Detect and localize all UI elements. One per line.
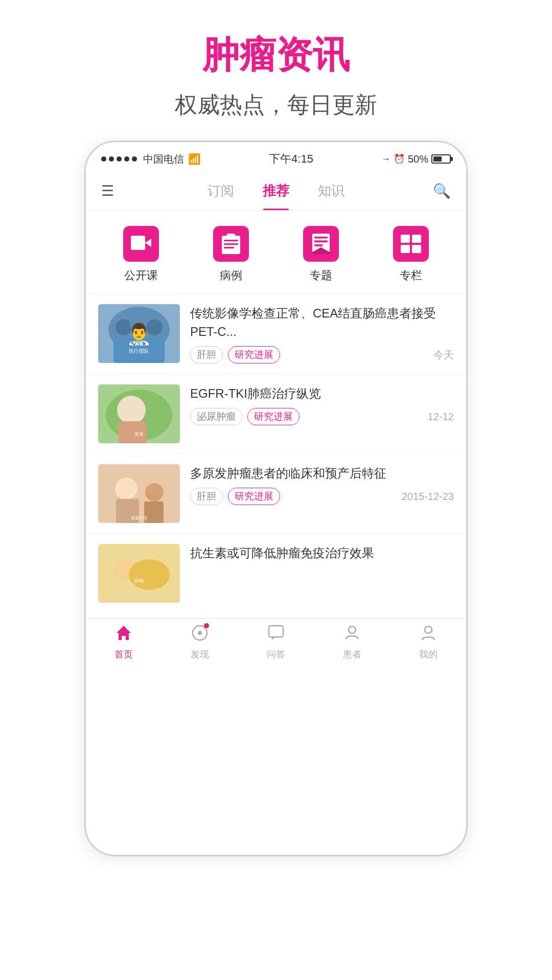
tab-subscribe[interactable]: 订阅 xyxy=(193,178,248,204)
news-thumb-1: 医疗团队 xyxy=(98,304,180,363)
category-open-course[interactable]: 公开课 xyxy=(123,226,159,283)
news-content-1: 传统影像学检查正常、CEA结直肠癌患者接受PET-C... 肝胆 研究进展 今天 xyxy=(190,304,454,363)
svg-rect-3 xyxy=(224,240,238,241)
news-item-1[interactable]: 医疗团队 传统影像学检查正常、CEA结直肠癌患者接受PET-C... 肝胆 研究… xyxy=(86,294,466,374)
svg-point-40 xyxy=(198,631,202,635)
news-date-1: 今天 xyxy=(433,348,454,362)
category-column[interactable]: 专栏 xyxy=(393,226,429,283)
carrier-label: 中国电信 xyxy=(143,152,184,166)
news-thumb-4: 药物 xyxy=(98,544,180,603)
svg-rect-9 xyxy=(314,237,328,239)
discover-dot xyxy=(204,623,209,628)
page-title: 肿瘤资讯 xyxy=(175,31,377,80)
topic-icon xyxy=(303,226,339,262)
svg-point-43 xyxy=(349,626,356,633)
svg-point-20 xyxy=(146,319,163,335)
news-tag-2-1: 泌尿肿瘤 xyxy=(190,408,242,425)
svg-point-18 xyxy=(116,319,132,335)
news-tag-1-1: 肝胆 xyxy=(190,346,223,363)
news-tag-3-1: 肝胆 xyxy=(190,488,223,505)
bottom-nav-discover[interactable]: 发现 xyxy=(162,624,238,660)
page-subtitle: 权威热点，每日更新 xyxy=(175,90,377,120)
phone-frame: 中国电信 📶 下午4:15 → ⏰ 50% ☰ 订阅 推荐 知识 🔍 xyxy=(84,141,468,856)
alarm-icon: ⏰ xyxy=(394,153,405,165)
home-icon xyxy=(116,624,132,646)
bottom-nav-mine[interactable]: 我的 xyxy=(390,624,466,660)
signal-dot-5 xyxy=(132,156,137,162)
news-date-2: 12-12 xyxy=(428,411,454,423)
news-thumb-3: 家庭护理 xyxy=(98,464,180,523)
svg-point-19 xyxy=(130,314,148,333)
open-course-label: 公开课 xyxy=(124,268,158,283)
category-row: 公开课 病例 xyxy=(86,211,466,294)
svg-point-31 xyxy=(145,483,164,502)
battery-icon xyxy=(431,154,451,164)
discover-icon xyxy=(192,624,208,646)
svg-rect-6 xyxy=(227,234,235,238)
svg-marker-38 xyxy=(117,626,131,640)
svg-point-36 xyxy=(129,559,170,590)
news-tag-2-2: 研究进展 xyxy=(247,408,300,425)
news-item-4[interactable]: 药物 抗生素或可降低肿瘤免疫治疗效果 xyxy=(86,534,466,619)
svg-point-25 xyxy=(117,396,146,424)
news-title-3: 多原发肿瘤患者的临床和预产后特征 xyxy=(190,464,454,483)
news-item-3[interactable]: 家庭护理 多原发肿瘤患者的临床和预产后特征 肝胆 研究进展 2015-12-23 xyxy=(86,454,466,534)
patient-icon xyxy=(344,624,360,646)
news-content-4: 抗生素或可降低肿瘤免疫治疗效果 xyxy=(190,544,454,562)
bottom-nav-qa[interactable]: 问答 xyxy=(238,624,314,660)
svg-text:家庭护理: 家庭护理 xyxy=(131,516,147,520)
svg-rect-11 xyxy=(314,244,323,246)
status-left: 中国电信 📶 xyxy=(101,152,201,166)
svg-point-44 xyxy=(425,626,432,633)
svg-rect-15 xyxy=(412,245,421,253)
news-title-4: 抗生素或可降低肿瘤免疫治疗效果 xyxy=(190,544,454,562)
news-meta-2: 泌尿肿瘤 研究进展 12-12 xyxy=(190,408,454,425)
home-label: 首页 xyxy=(114,648,133,660)
status-time: 下午4:15 xyxy=(269,151,313,167)
svg-text:患者: 患者 xyxy=(134,431,144,437)
battery-percent: 50% xyxy=(408,153,428,165)
signal-dot-4 xyxy=(124,156,129,162)
signal-dot-3 xyxy=(117,156,122,162)
discover-label: 发现 xyxy=(191,648,209,660)
wifi-icon: 📶 xyxy=(188,153,201,165)
news-content-2: EGFR-TKI肺癌治疗纵览 泌尿肿瘤 研究进展 12-12 xyxy=(190,384,454,425)
category-topic[interactable]: 专题 xyxy=(303,226,339,283)
search-icon[interactable]: 🔍 xyxy=(420,183,451,199)
news-list: 医疗团队 传统影像学检查正常、CEA结直肠癌患者接受PET-C... 肝胆 研究… xyxy=(86,294,466,619)
svg-rect-13 xyxy=(412,235,421,243)
menu-icon[interactable]: ☰ xyxy=(101,183,132,199)
svg-marker-1 xyxy=(145,239,151,247)
battery-fill xyxy=(433,156,442,162)
news-tag-1-2: 研究进展 xyxy=(228,346,280,363)
signal-bars xyxy=(101,156,137,162)
case-label: 病例 xyxy=(220,268,242,283)
svg-rect-12 xyxy=(401,235,410,243)
svg-rect-4 xyxy=(224,243,238,245)
bottom-nav-patient[interactable]: 患者 xyxy=(314,624,390,660)
location-icon: → xyxy=(381,154,390,165)
mine-icon xyxy=(420,624,436,646)
bottom-nav-home[interactable]: 首页 xyxy=(86,624,162,660)
nav-tabs: 订阅 推荐 知识 xyxy=(132,178,420,204)
news-item-2[interactable]: 患者 EGFR-TKI肺癌治疗纵览 泌尿肿瘤 研究进展 12-12 xyxy=(86,374,466,454)
news-tag-3-2: 研究进展 xyxy=(228,488,280,505)
status-right: → ⏰ 50% xyxy=(381,153,451,165)
svg-rect-10 xyxy=(314,240,328,242)
column-label: 专栏 xyxy=(400,268,422,283)
tab-recommend[interactable]: 推荐 xyxy=(248,178,304,204)
nav-bar: ☰ 订阅 推荐 知识 🔍 xyxy=(86,172,466,211)
category-case[interactable]: 病例 xyxy=(213,226,249,283)
svg-text:医疗团队: 医疗团队 xyxy=(129,348,149,354)
news-title-1: 传统影像学检查正常、CEA结直肠癌患者接受PET-C... xyxy=(190,304,454,341)
news-meta-3: 肝胆 研究进展 2015-12-23 xyxy=(190,488,454,505)
open-course-icon xyxy=(123,226,159,262)
svg-rect-41 xyxy=(269,626,283,637)
svg-text:药物: 药物 xyxy=(134,578,144,583)
bottom-nav: 首页 发现 问答 xyxy=(86,619,466,668)
svg-rect-5 xyxy=(224,247,234,248)
news-date-3: 2015-12-23 xyxy=(402,491,454,503)
qa-icon xyxy=(268,624,284,646)
svg-marker-42 xyxy=(272,637,275,640)
tab-knowledge[interactable]: 知识 xyxy=(304,178,359,204)
